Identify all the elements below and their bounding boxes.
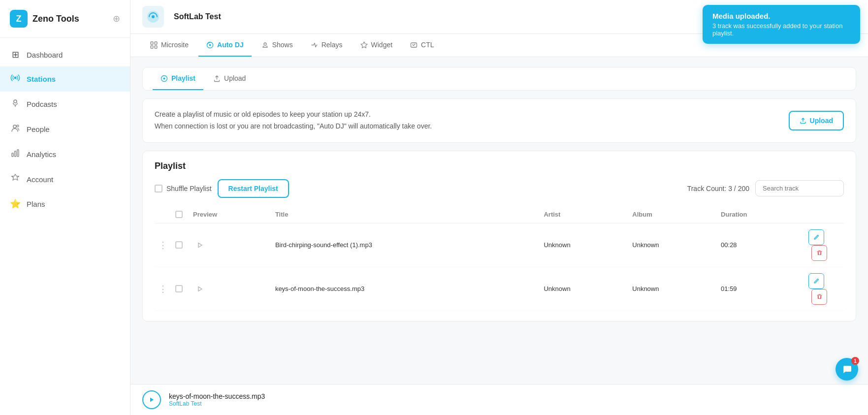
svg-rect-13 [151, 46, 153, 48]
info-banner: Create a playlist of music or old episod… [142, 98, 856, 143]
subnav-tab-microsite[interactable]: Microsite [142, 34, 196, 57]
row-menu-icon[interactable]: ⋮ [159, 284, 167, 294]
app-logo-icon: Z [10, 10, 28, 28]
playlist-title: Playlist [155, 161, 844, 171]
station-name: SoftLab Test [174, 12, 221, 21]
track-edit-button-0[interactable] [808, 229, 824, 245]
sidebar-item-label: Podcasts [27, 100, 57, 108]
relays-icon [311, 41, 318, 49]
app-name: Zeno Tools [32, 14, 79, 24]
shows-icon [261, 41, 269, 49]
track-duration-1: 01:59 [717, 267, 804, 311]
sidebar-item-label: Analytics [27, 150, 56, 159]
track-title-1: keys-of-moon-the-success.mp3 [271, 267, 540, 311]
svg-rect-6 [15, 151, 16, 157]
sidebar-item-dashboard[interactable]: ⊞ Dashboard [0, 43, 130, 66]
chat-badge: 1 [851, 357, 859, 365]
track-artist-1: Unknown [540, 267, 628, 311]
track-delete-button-0[interactable] [811, 245, 827, 261]
col-title-header: Title [271, 206, 540, 223]
svg-point-1 [14, 100, 17, 103]
microsite-icon [150, 41, 158, 49]
dashboard-icon: ⊞ [10, 49, 21, 60]
player-station-name: SoftLab Test [169, 400, 265, 407]
svg-point-8 [152, 15, 155, 18]
svg-rect-11 [151, 42, 153, 44]
player-track-name: keys-of-moon-the-success.mp3 [169, 392, 265, 400]
content-tabs: Playlist Upload [142, 67, 856, 91]
ctl-icon [410, 41, 418, 49]
autodj-icon [206, 41, 214, 49]
svg-rect-5 [12, 153, 13, 157]
toast-notification: Media uploaded. 3 track was successfully… [703, 5, 860, 44]
track-album-1: Unknown [628, 267, 717, 311]
sidebar-item-people[interactable]: People [0, 117, 130, 142]
col-checkbox [171, 206, 189, 223]
sidebar-item-stations[interactable]: Stations [0, 66, 130, 92]
subnav-tab-autodj[interactable]: Auto DJ [198, 34, 252, 57]
station-logo [142, 6, 164, 28]
playlist-controls: Shuffle Playlist Restart Playlist Track … [155, 179, 844, 198]
track-edit-button-1[interactable] [808, 273, 824, 289]
player-play-icon [148, 396, 155, 403]
sidebar-item-analytics[interactable]: Analytics [0, 142, 130, 167]
row-checkbox-1[interactable] [175, 285, 183, 292]
bottom-player: keys-of-moon-the-success.mp3 SoftLab Tes… [130, 384, 868, 415]
content-tab-playlist[interactable]: Playlist [153, 67, 203, 90]
track-delete-button-1[interactable] [811, 289, 827, 305]
row-menu-icon[interactable]: ⋮ [159, 240, 167, 250]
playlist-icon [161, 75, 168, 82]
col-artist-header: Artist [540, 206, 628, 223]
restart-playlist-button[interactable]: Restart Playlist [218, 179, 289, 198]
track-count: Track Count: 3 / 200 [687, 185, 749, 192]
sidebar-item-label: Plans [27, 200, 45, 208]
chat-bubble[interactable]: 1 [836, 358, 858, 381]
sidebar: Z Zeno Tools ⊕ ⊞ Dashboard Stations [0, 0, 130, 415]
add-station-icon[interactable]: ⊕ [113, 13, 120, 24]
sidebar-item-account[interactable]: Account [0, 167, 130, 192]
subnav-tab-ctl[interactable]: CTL [402, 34, 442, 57]
col-dots [155, 206, 171, 223]
sidebar-item-podcasts[interactable]: Podcasts [0, 92, 130, 117]
svg-rect-14 [155, 46, 157, 48]
track-duration-0: 00:28 [717, 223, 804, 267]
plans-icon: ⭐ [10, 198, 21, 209]
select-all-checkbox[interactable] [175, 211, 183, 218]
col-preview-header: Preview [189, 206, 271, 223]
subnav-tab-shows[interactable]: Shows [254, 34, 301, 57]
subnav-tab-widget[interactable]: Widget [353, 34, 401, 57]
upload-btn-icon [800, 117, 806, 124]
sidebar-item-label: Dashboard [27, 51, 63, 59]
sidebar-item-label: Stations [27, 75, 56, 83]
track-play-button-1[interactable] [193, 282, 207, 296]
podcasts-icon [10, 98, 21, 110]
sidebar-item-plans[interactable]: ⭐ Plans [0, 192, 130, 216]
col-actions-header [804, 206, 844, 223]
player-play-button[interactable] [142, 390, 161, 409]
search-track-input[interactable] [755, 180, 844, 196]
upload-icon-tab [213, 75, 221, 82]
sidebar-item-label: Account [27, 175, 53, 184]
widget-icon [360, 41, 368, 49]
track-album-0: Unknown [628, 223, 717, 267]
col-duration-header: Duration [717, 206, 804, 223]
svg-rect-7 [17, 150, 19, 157]
track-play-button-0[interactable] [193, 238, 207, 252]
table-row: ⋮ Bird-chirping-sound-effect (1).mp3 Unk… [155, 223, 844, 267]
track-table: Preview Title Artist Album Duration ⋮ [155, 206, 844, 311]
svg-point-16 [209, 44, 211, 46]
sidebar-item-label: People [27, 125, 50, 133]
content-tab-upload[interactable]: Upload [205, 67, 254, 90]
row-checkbox-0[interactable] [175, 241, 183, 249]
info-banner-text: Create a playlist of music or old episod… [155, 109, 432, 132]
sidebar-logo: Z Zeno Tools ⊕ [0, 0, 130, 38]
content-area: Playlist Upload Create a playlist of mus… [130, 57, 868, 415]
upload-button[interactable]: Upload [789, 111, 844, 130]
shuffle-checkbox[interactable] [155, 185, 162, 192]
table-header-row: Preview Title Artist Album Duration [155, 206, 844, 223]
svg-point-17 [264, 43, 266, 45]
shuffle-playlist-label[interactable]: Shuffle Playlist [155, 185, 212, 192]
svg-point-20 [163, 77, 165, 79]
subnav-tab-relays[interactable]: Relays [303, 34, 351, 57]
analytics-icon [10, 148, 21, 160]
